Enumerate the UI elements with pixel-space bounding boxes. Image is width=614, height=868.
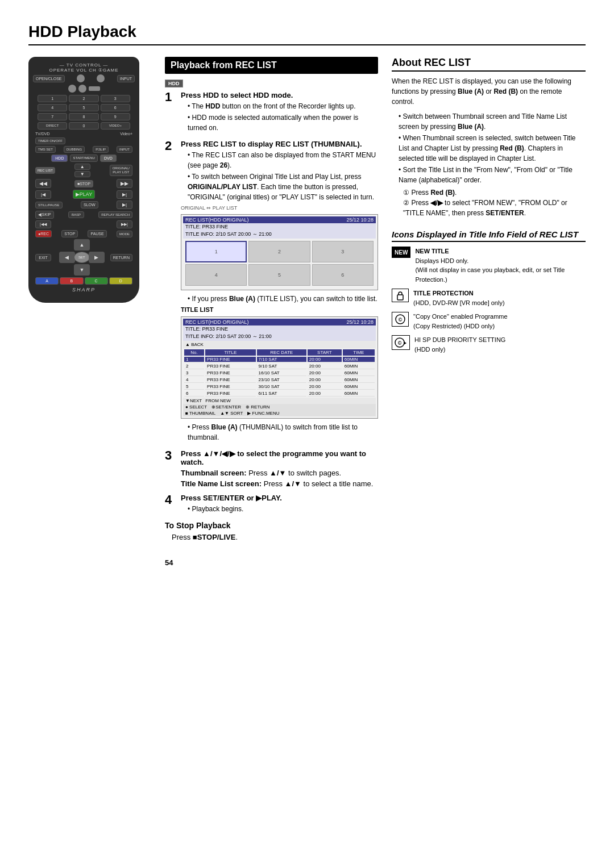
dpad-center[interactable]: SET	[74, 252, 90, 263]
step-3-content: Press ▲/▼/◀/▶ to select the programme yo…	[181, 449, 378, 488]
dpad-right[interactable]: ▶	[89, 252, 105, 263]
btn-videoplusplus[interactable]: VIDEO+	[101, 122, 130, 130]
btn-4[interactable]: 4	[38, 104, 67, 111]
btn-6[interactable]: 6	[101, 104, 130, 111]
fwd2-btn[interactable]: ▶▶|	[117, 220, 132, 228]
hispdub-icon: ©	[395, 337, 407, 348]
btn-3[interactable]: 3	[101, 95, 130, 102]
yellow-d-btn[interactable]: D	[109, 277, 132, 285]
steps-column: Playback from REC LIST HDD 1 Press HDD t…	[165, 57, 378, 541]
row-start: 20:00	[308, 384, 342, 390]
row-no: 1	[184, 357, 204, 362]
step-1-number: 1	[165, 91, 176, 134]
title-list-label: TITLE LIST	[181, 306, 378, 313]
btn-2[interactable]: 2	[69, 95, 98, 102]
step-3-title: Press ▲/▼/◀/▶ to select the programme yo…	[181, 449, 378, 466]
slow-btn[interactable]: SLOW	[81, 201, 98, 208]
table-row: 6 PR33 FINE 6/11 SAT 20:00 60MIN	[184, 391, 375, 397]
down-btn[interactable]: ▼	[74, 171, 90, 177]
dpad-up[interactable]: ▲	[74, 239, 90, 251]
dpad-left[interactable]: ◀	[59, 252, 75, 263]
dubbing-btn[interactable]: DUBBING	[64, 146, 85, 153]
about-bullet-3: Sort the Title List in the "From New", "…	[399, 165, 586, 218]
row-title: PR33 FINE	[205, 391, 255, 397]
blue-a-btn[interactable]: A	[35, 277, 59, 285]
btn-1[interactable]: 1	[38, 95, 67, 102]
stop2-btn[interactable]: STOP	[61, 230, 78, 237]
screen2-back: ▲ BACK	[185, 342, 204, 347]
stop-instruction: Press ■STOP/LIVE.	[172, 533, 378, 541]
dpad-down[interactable]: ▼	[74, 264, 90, 276]
dvd-btn[interactable]: DVD	[100, 155, 117, 162]
stillpause-btn[interactable]: STILL/PAUSE	[35, 202, 63, 208]
input-btn[interactable]: INPUT	[117, 75, 135, 82]
timer-onoff-btn[interactable]: TIMER ON/OFF	[35, 137, 65, 144]
fwd-btn[interactable]: ▶▶	[117, 179, 132, 188]
mode-btn[interactable]: MODE	[117, 231, 132, 237]
p-slip-btn[interactable]: P.SLIP	[93, 146, 109, 153]
row-start: 20:00	[308, 357, 342, 362]
btn-8[interactable]: 8	[69, 113, 98, 120]
dpad-empty4	[89, 266, 132, 273]
tms-set-btn[interactable]: TMS SET	[35, 146, 56, 153]
icon-row-copy: © "Copy Once" enabled Programme (Copy Re…	[392, 312, 586, 331]
row-start: 20:00	[308, 391, 342, 397]
return-btn[interactable]: RETURN	[110, 254, 132, 261]
input-btn2[interactable]: INPUT	[117, 146, 132, 153]
play-btn[interactable]: ▶PLAY	[73, 190, 95, 199]
step-3-title-note: Title Name List screen: Press ▲/▼ to sel…	[181, 479, 378, 488]
stop-live-btn[interactable]: ■STOP	[74, 180, 93, 187]
btn-direct[interactable]: DIRECT	[38, 122, 67, 130]
remote-control: — TV CONTROL —OPERATE VOL CH ①GAME OPEN/…	[28, 57, 139, 303]
row-no: 3	[184, 370, 204, 376]
green-c-btn[interactable]: C	[85, 277, 108, 285]
screen1-info1: TITLE: PR33 FINE	[183, 223, 376, 230]
replay-search-btn[interactable]: REPLAY SEARCH	[98, 211, 132, 218]
table-row: 1 PR33 FINE 7/10 SAT 20:00 60MIN	[184, 357, 375, 362]
row-title: PR33 FINE	[205, 370, 255, 376]
svg-marker-5	[404, 341, 406, 345]
back-btn[interactable]: |◀◀	[35, 220, 51, 228]
icon-copy-desc: "Copy Once" enabled Programme (Copy Rest…	[413, 312, 508, 331]
exit-btn[interactable]: EXIT	[35, 254, 51, 261]
screen2-header: REC LIST(HDD ORIGINAL) 25/12 10:28	[183, 319, 376, 326]
rec-btn[interactable]: ●REC	[35, 230, 52, 237]
btn-circle3	[68, 85, 76, 93]
pause2-btn[interactable]: PAUSE	[88, 230, 106, 237]
row-date: 23/10 SAT	[257, 377, 306, 383]
icon-lock-badge	[392, 289, 409, 302]
btn-5[interactable]: 5	[69, 104, 98, 111]
prev-btn[interactable]: |◀	[35, 190, 51, 199]
row-no: 4	[184, 377, 204, 383]
btn-9[interactable]: 9	[101, 113, 130, 120]
svg-text:©: ©	[398, 340, 402, 346]
original-playlist-btn[interactable]: ORIGINAL/PLAY LIST	[110, 165, 132, 176]
basp-btn[interactable]: BASP	[68, 211, 84, 218]
skip-left-btn[interactable]: ◀|SKIP	[35, 211, 54, 219]
btn-7[interactable]: 7	[38, 113, 67, 120]
screen2-title-list: No. TITLE REC DATE START TIME	[183, 348, 376, 398]
icon-new-desc: NEW TITLE Displays HDD only. (Will not d…	[415, 247, 586, 284]
rec-list-btn[interactable]: REC LIST	[35, 167, 55, 174]
rew-btn[interactable]: ◀◀	[35, 179, 51, 188]
sort-step-1: ① Press Red (B).	[403, 187, 586, 198]
remote-brand: SHARP	[33, 287, 135, 293]
btn-circle4	[78, 85, 86, 93]
up-btn[interactable]: ▲	[74, 164, 90, 170]
start-menu-btn[interactable]: START/MENU	[70, 155, 97, 162]
row-no: 2	[184, 364, 204, 369]
red-b-btn[interactable]: B	[60, 277, 83, 285]
next-btn[interactable]: ▶|	[117, 190, 132, 199]
blue-a-thumb-note: Press Blue (A) (THUMBNAIL) to switch fro…	[181, 422, 378, 443]
row-time: 60MIN	[343, 384, 375, 390]
step-4-title: Press SET/ENTER or ▶PLAY.	[181, 494, 378, 502]
tvdvd-label: TV/DVD	[35, 132, 50, 136]
hdd-btn[interactable]: HDD	[51, 155, 68, 162]
row-start: 20:00	[308, 377, 342, 383]
btn-0[interactable]: 0	[69, 122, 98, 130]
step-4-bullet-1: Playback begins.	[188, 504, 378, 514]
icons-title: Icons Displayed in Title Info Field of R…	[392, 229, 586, 242]
right-column: Playback from REC LIST HDD 1 Press HDD t…	[165, 57, 586, 567]
slow-arrow-btn[interactable]: ▶|	[117, 201, 132, 209]
open-close-btn[interactable]: OPEN/CLOSE	[33, 75, 65, 82]
